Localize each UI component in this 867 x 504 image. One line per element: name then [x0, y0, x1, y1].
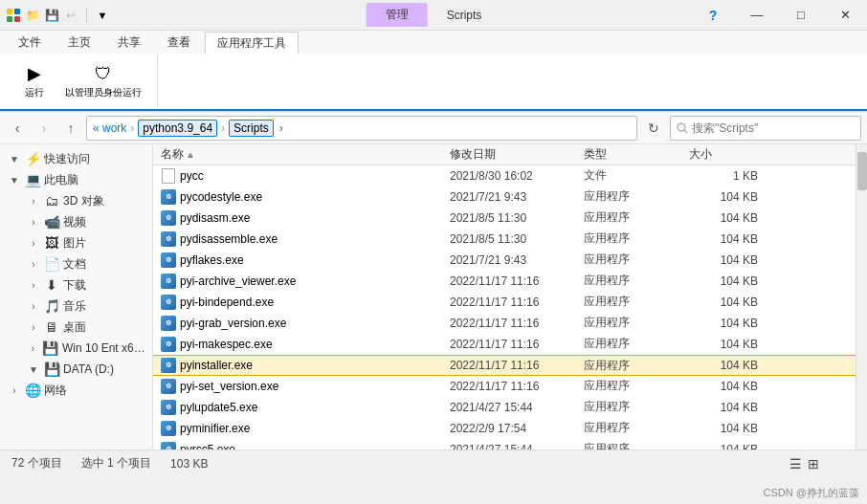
sidebar-item-drive-c[interactable]: › 💾 Win 10 Ent x64 (C — [0, 338, 152, 359]
dropdown-icon[interactable]: ▼ — [95, 8, 110, 23]
search-box[interactable] — [670, 116, 861, 141]
drive-c-label: Win 10 Ent x64 (C — [62, 341, 148, 355]
ribbon-section-run: ▶ 运行 🛡 以管理员身份运行 — [8, 55, 158, 107]
drive-d-chevron: ▼ — [27, 362, 40, 376]
tab-view[interactable]: 查看 — [155, 31, 203, 54]
file-list-header: 名称 ▲ 修改日期 类型 大小 — [153, 144, 856, 165]
breadcrumb-work[interactable]: « work — [93, 121, 126, 135]
sidebar-item-downloads[interactable]: › ⬇ 下载 — [0, 274, 152, 296]
file-type-cell: 应用程序 — [584, 378, 689, 394]
file-icon-wrapper: ⚙ — [161, 442, 176, 450]
back-button[interactable]: ‹ — [6, 117, 29, 140]
file-size-cell: 104 KB — [689, 443, 766, 450]
downloads-label: 下载 — [63, 277, 86, 294]
table-row[interactable]: ⚙ pyi-bindepend.exe 2022/11/17 11:16 应用程… — [153, 292, 856, 313]
file-name-label: pyi-bindepend.exe — [180, 296, 274, 309]
table-row[interactable]: ⚙ pydisasm.exe 2021/8/5 11:30 应用程序 104 K… — [153, 208, 856, 229]
col-header-date[interactable]: 修改日期 — [450, 146, 584, 163]
table-row[interactable]: ⚙ pyrcc5.exe 2021/4/27 15:44 应用程序 104 KB — [153, 439, 856, 449]
file-icon-wrapper: ⚙ — [161, 295, 176, 310]
desktop-chevron: › — [27, 320, 40, 334]
separator — [86, 8, 87, 23]
file-name-cell: pycc — [153, 168, 450, 184]
sidebar-item-drive-d[interactable]: ▼ 💾 DATA (D:) — [0, 359, 152, 380]
exe-icon: ⚙ — [161, 210, 176, 226]
sidebar-item-this-pc[interactable]: ▼ 💻 此电脑 — [0, 169, 152, 190]
exe-icon: ⚙ — [161, 316, 176, 331]
file-name-cell: ⚙ pydisassemble.exe — [153, 231, 450, 247]
svg-rect-2 — [7, 16, 12, 22]
watermark: CSDN @挣扎的蓝藻 — [764, 486, 859, 500]
exe-icon: ⚙ — [161, 379, 176, 394]
sidebar-item-music[interactable]: › 🎵 音乐 — [0, 296, 152, 317]
sidebar-item-3d[interactable]: › 🗂 3D 对象 — [0, 190, 152, 211]
scrollbar-track[interactable] — [856, 144, 867, 449]
col-size-label: 大小 — [689, 146, 712, 163]
file-type-cell: 应用程序 — [584, 209, 689, 226]
sidebar-item-quick-access[interactable]: ▼ ⚡ 快速访问 — [0, 148, 152, 169]
video-chevron: › — [27, 215, 40, 229]
sidebar-item-desktop[interactable]: › 🖥 桌面 — [0, 317, 152, 338]
maximize-button[interactable]: □ — [779, 0, 823, 31]
file-list-area: 名称 ▲ 修改日期 类型 大小 pycc 2021/8/30 16:02 文件 … — [153, 144, 856, 449]
sidebar-item-network[interactable]: › 🌐 网络 — [0, 380, 152, 401]
table-row[interactable]: pycc 2021/8/30 16:02 文件 1 KB — [153, 165, 856, 186]
file-name-cell: ⚙ pyi-makespec.exe — [153, 337, 450, 352]
table-row[interactable]: ⚙ pydisassemble.exe 2021/8/5 11:30 应用程序 … — [153, 229, 856, 250]
breadcrumb-scripts[interactable]: Scripts — [229, 120, 274, 137]
col-name-label: 名称 — [161, 146, 184, 163]
sidebar-item-pictures[interactable]: › 🖼 图片 — [0, 232, 152, 253]
table-row[interactable]: ⚙ pyi-makespec.exe 2022/11/17 11:16 应用程序… — [153, 334, 856, 355]
tab-share[interactable]: 共享 — [105, 31, 153, 54]
minimize-button[interactable]: — — [735, 0, 779, 31]
save-icon: 💾 — [44, 8, 59, 23]
table-row[interactable]: ⚙ pylupdate5.exe 2021/4/27 15:44 应用程序 10… — [153, 397, 856, 418]
file-rows-container: pycc 2021/8/30 16:02 文件 1 KB ⚙ pycodesty… — [153, 165, 856, 449]
run-icon: ▶ — [28, 63, 41, 84]
file-name-cell: ⚙ pyi-bindepend.exe — [153, 295, 450, 310]
sidebar-item-documents[interactable]: › 📄 文档 — [0, 253, 152, 274]
table-row[interactable]: ⚙ pyi-set_version.exe 2022/11/17 11:16 应… — [153, 376, 856, 397]
table-row[interactable]: ⚙ pyminifier.exe 2022/2/9 17:54 应用程序 104… — [153, 418, 856, 439]
table-row[interactable]: ⚙ pyi-grab_version.exe 2022/11/17 11:16 … — [153, 313, 856, 334]
close-button[interactable]: ✕ — [823, 0, 867, 31]
scrollbar-thumb[interactable] — [857, 152, 867, 190]
documents-label: 文档 — [63, 256, 86, 273]
sidebar-item-video[interactable]: › 📹 视频 — [0, 211, 152, 232]
run-label: 运行 — [25, 86, 44, 99]
address-bar[interactable]: « work › python3.9_64 › Scripts › — [86, 116, 637, 141]
table-row[interactable]: ⚙ pyinstaller.exe 2022/11/17 11:16 应用程序 … — [153, 355, 856, 376]
table-row[interactable]: ⚙ pyi-archive_viewer.exe 2022/11/17 11:1… — [153, 271, 856, 292]
col-header-size[interactable]: 大小 — [689, 146, 766, 163]
search-input[interactable] — [692, 121, 855, 135]
breadcrumb-expand-icon[interactable]: › — [279, 121, 283, 135]
tab-file[interactable]: 文件 — [6, 31, 54, 54]
tab-app-tools[interactable]: 应用程序工具 — [205, 32, 299, 55]
forward-button[interactable]: › — [33, 117, 56, 140]
list-view-icon[interactable]: ☰ — [789, 456, 802, 471]
file-icon-wrapper: ⚙ — [161, 400, 176, 415]
file-date-cell: 2021/8/5 11:30 — [450, 232, 584, 246]
file-icon-wrapper: ⚙ — [161, 231, 176, 247]
up-button[interactable]: ↑ — [59, 117, 82, 140]
file-name-cell: ⚙ pyflakes.exe — [153, 252, 450, 268]
tab-home[interactable]: 主页 — [56, 31, 103, 54]
table-row[interactable]: ⚙ pycodestyle.exe 2021/7/21 9:43 应用程序 10… — [153, 186, 856, 208]
file-name-cell: ⚙ pylupdate5.exe — [153, 400, 450, 415]
3d-chevron: › — [27, 194, 40, 208]
item-count: 72 个项目 — [11, 455, 62, 471]
manage-tab-label: 管理 — [367, 3, 428, 27]
file-size-cell: 104 KB — [689, 232, 766, 246]
run-as-admin-button[interactable]: 🛡 以管理员身份运行 — [57, 60, 149, 103]
table-row[interactable]: ⚙ pyflakes.exe 2021/7/21 9:43 应用程序 104 K… — [153, 250, 856, 271]
grid-view-icon[interactable]: ⊞ — [808, 456, 819, 471]
selected-count: 选中 1 个项目 — [81, 455, 151, 471]
video-label: 视频 — [63, 214, 86, 230]
file-name-cell: ⚙ pyminifier.exe — [153, 421, 450, 436]
help-button[interactable]: ? — [691, 0, 735, 31]
col-header-name[interactable]: 名称 ▲ — [153, 146, 450, 163]
run-button[interactable]: ▶ 运行 — [15, 59, 54, 103]
col-header-type[interactable]: 类型 — [584, 146, 689, 163]
refresh-button[interactable]: ↻ — [641, 116, 666, 141]
breadcrumb-python[interactable]: python3.9_64 — [138, 120, 217, 137]
